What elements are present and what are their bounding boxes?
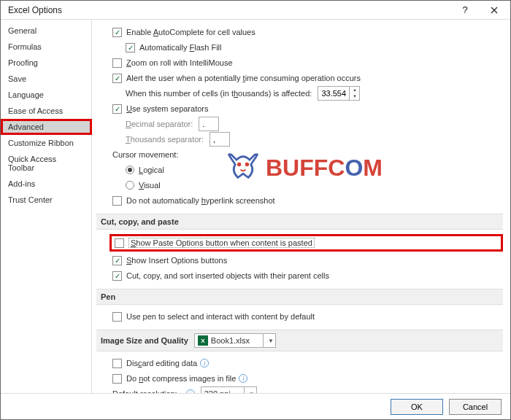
show-paste-options-label: Show Paste Options button when content i…: [128, 238, 315, 248]
alert-checkbox[interactable]: [112, 74, 122, 83]
excel-options-dialog: Excel Options ? General Formulas Proofin…: [0, 0, 511, 420]
decimal-sep-label: Decimal separator:: [126, 120, 193, 128]
info-icon[interactable]: i: [200, 359, 209, 368]
sidebar: General Formulas Proofing Save Language …: [1, 20, 92, 393]
show-insert-options-label: Show Insert Options buttons: [126, 256, 227, 265]
section-pen: Pen: [96, 289, 503, 305]
sidebar-item-ease-of-access[interactable]: Ease of Access: [1, 103, 91, 119]
cursor-logical-label: Logical: [139, 166, 164, 174]
close-button[interactable]: [480, 1, 509, 20]
sidebar-item-language[interactable]: Language: [1, 87, 91, 103]
chevron-down-icon: ▼: [244, 387, 255, 393]
opt-default-resolution: Default resolution: i 220 ppi ▼: [99, 386, 503, 393]
section-image-size-quality: Image Size and Quality X Book1.xlsx ▼: [96, 330, 503, 351]
close-icon: [491, 7, 498, 14]
cut-objects-checkbox[interactable]: [112, 271, 122, 281]
image-workbook-combo[interactable]: X Book1.xlsx ▼: [194, 333, 276, 348]
autocomplete-label: Enable AutoComplete for cell values: [126, 28, 256, 36]
hyperlink-label: Do not automatically hyperlink screensho…: [126, 196, 275, 205]
spin-up-icon[interactable]: ▲: [350, 87, 359, 93]
default-resolution-label: Default resolution:: [112, 389, 177, 393]
use-pen-label: Use pen to select and interact with cont…: [126, 312, 315, 321]
cells-affected-label: When this number of cells (in thousands)…: [126, 89, 312, 98]
cut-objects-label: Cut, copy, and sort inserted objects wit…: [126, 271, 329, 280]
discard-editing-label: Discard editing data: [126, 359, 197, 368]
opt-use-pen: Use pen to select and interact with cont…: [99, 309, 503, 324]
sys-separators-label: Use system separators: [126, 104, 209, 113]
opt-alert: Alert the user when a potentially time c…: [99, 71, 503, 85]
opt-show-paste-options: Show Paste Options button when content i…: [110, 234, 503, 252]
opt-zoom: Zoom on roll with IntelliMouse: [99, 55, 503, 70]
spin-down-icon[interactable]: ▼: [350, 93, 359, 100]
use-pen-checkbox[interactable]: [112, 312, 122, 322]
cancel-button[interactable]: Cancel: [449, 399, 502, 415]
thousands-sep-input[interactable]: [210, 132, 230, 147]
dialog-footer: OK Cancel: [1, 393, 510, 419]
flash-fill-checkbox[interactable]: [126, 43, 135, 52]
opt-cut-copy-objects: Cut, copy, and sort inserted objects wit…: [99, 268, 503, 283]
cursor-visual-radio[interactable]: [126, 181, 134, 190]
show-paste-options-checkbox[interactable]: [115, 238, 124, 248]
sidebar-item-general[interactable]: General: [1, 23, 91, 39]
section-cut-copy-paste: Cut, copy, and paste: [96, 214, 503, 230]
alert-label: Alert the user when a potentially time c…: [126, 74, 361, 82]
default-resolution-combo[interactable]: 220 ppi ▼: [201, 386, 257, 393]
opt-flash-fill: Automatically Flash Fill: [99, 40, 503, 55]
opt-autocomplete: Enable AutoComplete for cell values: [99, 25, 503, 39]
help-button[interactable]: ?: [450, 1, 480, 20]
cursor-movement-label: Cursor movement:: [99, 147, 503, 162]
sys-separators-checkbox[interactable]: [112, 104, 122, 114]
dialog-body: General Formulas Proofing Save Language …: [1, 20, 510, 393]
excel-file-icon: X: [198, 335, 208, 346]
content-pane[interactable]: BUFFCOM Enable AutoComplete for cell val…: [92, 20, 510, 393]
opt-thousands-separator: Thousands separator:: [99, 132, 503, 147]
dialog-title: Excel Options: [8, 5, 450, 15]
flash-fill-label: Automatically Flash Fill: [139, 43, 222, 52]
hyperlink-checkbox[interactable]: [112, 196, 122, 206]
cells-affected-spinner[interactable]: ▲▼: [318, 86, 360, 101]
opt-discard-editing: Discard editing data i: [99, 356, 503, 370]
opt-decimal-separator: Decimal separator:: [99, 117, 503, 131]
no-compress-checkbox[interactable]: [112, 374, 122, 384]
zoom-label: Zoom on roll with IntelliMouse: [126, 58, 233, 67]
sidebar-item-customize-ribbon[interactable]: Customize Ribbon: [1, 135, 91, 151]
sidebar-item-add-ins[interactable]: Add-ins: [1, 176, 91, 192]
default-resolution-value: 220 ppi: [204, 389, 231, 393]
sidebar-item-trust-center[interactable]: Trust Center: [1, 192, 91, 208]
decimal-sep-input[interactable]: [199, 117, 219, 131]
opt-hyperlink-screenshot: Do not automatically hyperlink screensho…: [99, 193, 503, 208]
info-icon[interactable]: i: [239, 374, 247, 383]
info-icon[interactable]: i: [186, 389, 195, 393]
sidebar-item-formulas[interactable]: Formulas: [1, 39, 91, 55]
opt-cells-affected: When this number of cells (in thousands)…: [99, 86, 503, 101]
opt-cursor-visual: Visual: [99, 178, 503, 192]
sidebar-item-proofing[interactable]: Proofing: [1, 55, 91, 71]
cursor-logical-radio[interactable]: [126, 166, 134, 174]
cursor-visual-label: Visual: [139, 181, 161, 190]
opt-no-compress: Do not compress images in file i: [99, 371, 503, 386]
autocomplete-checkbox[interactable]: [112, 28, 122, 37]
ok-button[interactable]: OK: [391, 399, 443, 415]
discard-editing-checkbox[interactable]: [112, 359, 122, 368]
no-compress-label: Do not compress images in file: [126, 374, 236, 383]
opt-show-insert-options: Show Insert Options buttons: [99, 253, 503, 268]
opt-cursor-logical: Logical: [99, 163, 503, 177]
show-insert-options-checkbox[interactable]: [112, 256, 122, 265]
sidebar-item-save[interactable]: Save: [1, 71, 91, 87]
opt-sys-separators: Use system separators: [99, 101, 503, 116]
thousands-sep-label: Thousands separator:: [126, 135, 204, 144]
titlebar: Excel Options ?: [1, 1, 510, 20]
chevron-down-icon: ▼: [263, 334, 274, 347]
cells-affected-input[interactable]: [318, 87, 349, 100]
zoom-checkbox[interactable]: [112, 58, 122, 68]
sidebar-item-advanced[interactable]: Advanced: [1, 119, 92, 135]
image-workbook-value: Book1.xlsx: [211, 336, 250, 345]
sidebar-item-quick-access-toolbar[interactable]: Quick Access Toolbar: [1, 151, 91, 176]
